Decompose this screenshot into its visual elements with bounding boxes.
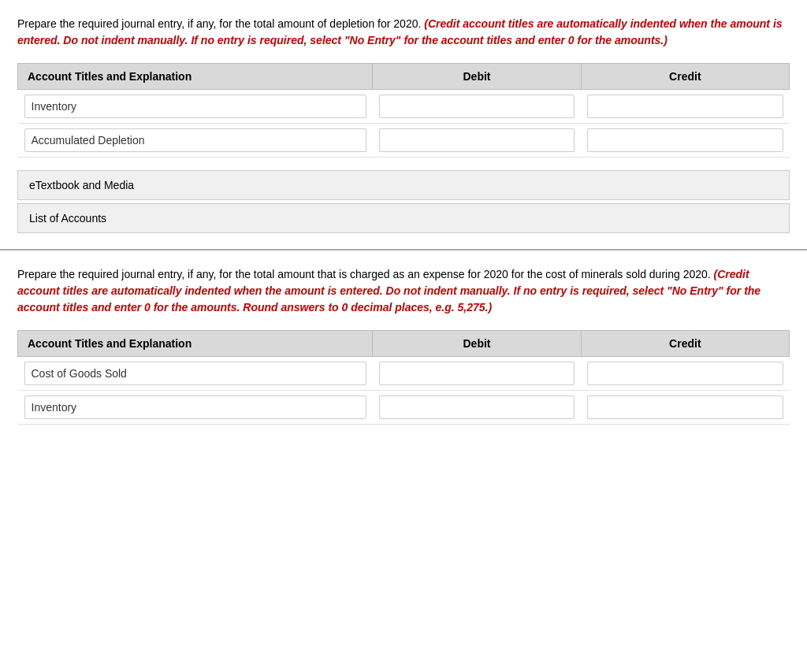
etextbook-media-button[interactable]: eTextbook and Media [17, 170, 790, 200]
credit-input[interactable] [587, 95, 783, 118]
section2: Prepare the required journal entry, if a… [0, 251, 807, 447]
list-of-accounts-button[interactable]: List of Accounts [17, 203, 790, 233]
section2-instruction: Prepare the required journal entry, if a… [17, 266, 790, 316]
table-row [18, 357, 790, 391]
debit-input[interactable] [379, 362, 575, 385]
credit-input[interactable] [587, 395, 783, 419]
section1-instruction-normal: Prepare the required journal entry, if a… [17, 17, 421, 30]
table-row [18, 90, 790, 124]
credit-cell [581, 90, 789, 124]
debit-cell [373, 124, 581, 158]
account-cell [18, 90, 373, 124]
section1-instruction: Prepare the required journal entry, if a… [17, 16, 790, 49]
section2-col-credit: Credit [581, 331, 789, 357]
section2-col-account: Account Titles and Explanation [18, 331, 373, 357]
section1-journal-table: Account Titles and Explanation Debit Cre… [17, 63, 790, 158]
debit-cell [373, 391, 581, 425]
debit-input[interactable] [379, 95, 575, 118]
section2-col-debit: Debit [373, 331, 581, 357]
section2-instruction-normal: Prepare the required journal entry, if a… [17, 268, 711, 280]
credit-cell [581, 124, 789, 158]
section1: Prepare the required journal entry, if a… [0, 0, 807, 249]
account-title-input[interactable] [24, 95, 366, 118]
account-cell [18, 391, 373, 425]
section1-col-credit: Credit [581, 64, 789, 90]
credit-cell [581, 357, 789, 391]
account-cell [18, 124, 373, 158]
table-row [18, 124, 790, 158]
debit-input[interactable] [379, 128, 575, 152]
debit-cell [373, 357, 581, 391]
debit-cell [373, 90, 581, 124]
section2-journal-table: Account Titles and Explanation Debit Cre… [17, 330, 790, 425]
credit-input[interactable] [587, 362, 783, 385]
account-cell [18, 357, 373, 391]
section1-col-account: Account Titles and Explanation [18, 64, 373, 90]
account-title-input[interactable] [24, 362, 366, 385]
debit-input[interactable] [379, 395, 575, 419]
credit-cell [581, 391, 789, 425]
section1-col-debit: Debit [373, 64, 581, 90]
account-title-input[interactable] [24, 128, 366, 152]
section1-bottom-buttons: eTextbook and Media List of Accounts [17, 170, 790, 233]
credit-input[interactable] [587, 128, 783, 152]
account-title-input[interactable] [24, 395, 366, 419]
table-row [18, 391, 790, 425]
